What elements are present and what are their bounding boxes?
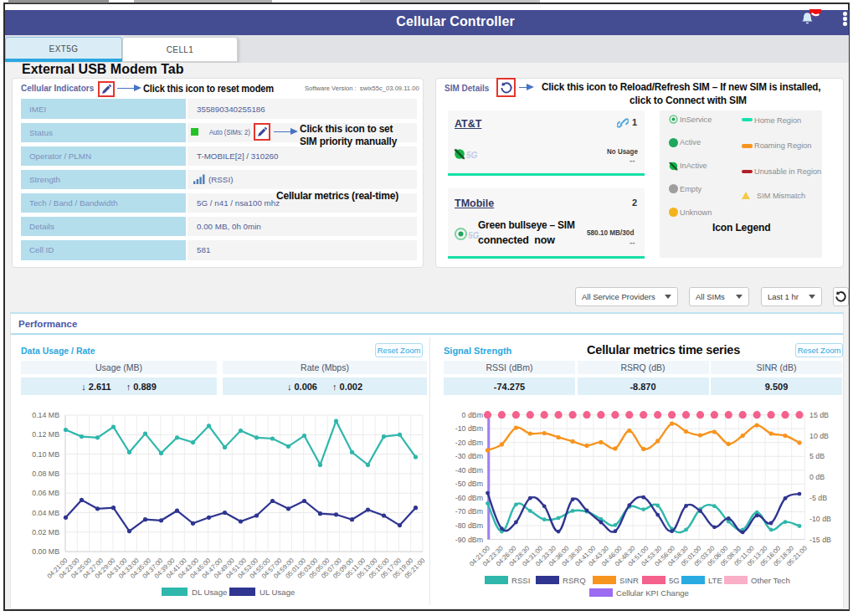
svg-text:5G: 5G	[669, 576, 680, 585]
svg-text:0.14 MB: 0.14 MB	[32, 411, 59, 419]
svg-text:0.00 MB: 0.00 MB	[32, 547, 59, 556]
svg-text:-60 dBm: -60 dBm	[455, 494, 483, 502]
svg-text:5 dB: 5 dB	[809, 452, 825, 460]
svg-text:0.08 MB: 0.08 MB	[32, 470, 59, 478]
svg-text:Cellular KPI Change: Cellular KPI Change	[616, 588, 689, 598]
svg-text:-15 dB: -15 dB	[809, 536, 831, 544]
svg-text:0.12 MB: 0.12 MB	[32, 430, 59, 439]
svg-text:RSRQ: RSRQ	[563, 576, 586, 585]
svg-text:Other Tech: Other Tech	[751, 576, 790, 585]
svg-text:0.10 MB: 0.10 MB	[32, 450, 59, 459]
svg-text:-40 dBm: -40 dBm	[455, 466, 483, 475]
svg-text:DL Usage: DL Usage	[192, 588, 227, 597]
svg-text:0.04 MB: 0.04 MB	[32, 509, 59, 517]
svg-text:10 dB: 10 dB	[809, 432, 829, 440]
svg-text:0.06 MB: 0.06 MB	[32, 489, 59, 497]
svg-text:0 dBm: 0 dBm	[462, 411, 483, 419]
svg-text:-80 dBm: -80 dBm	[455, 521, 483, 530]
svg-text:-20 dBm: -20 dBm	[455, 439, 483, 447]
svg-text:-10 dB: -10 dB	[809, 515, 831, 523]
svg-text:-5 dB: -5 dB	[809, 494, 827, 502]
svg-text:-10 dBm: -10 dBm	[455, 424, 483, 433]
svg-text:-50 dBm: -50 dBm	[455, 480, 483, 488]
svg-text:-90 dBm: -90 dBm	[455, 536, 483, 544]
svg-text:SINR: SINR	[619, 576, 639, 585]
svg-text:LTE: LTE	[708, 576, 722, 585]
svg-text:-70 dBm: -70 dBm	[455, 507, 483, 516]
svg-text:-30 dBm: -30 dBm	[455, 452, 483, 460]
svg-text:0.02 MB: 0.02 MB	[32, 528, 59, 536]
svg-text:RSSI: RSSI	[511, 576, 530, 585]
svg-text:0 dB: 0 dB	[809, 473, 825, 481]
svg-text:15 dB: 15 dB	[809, 411, 829, 419]
svg-text:UL Usage: UL Usage	[259, 588, 295, 597]
